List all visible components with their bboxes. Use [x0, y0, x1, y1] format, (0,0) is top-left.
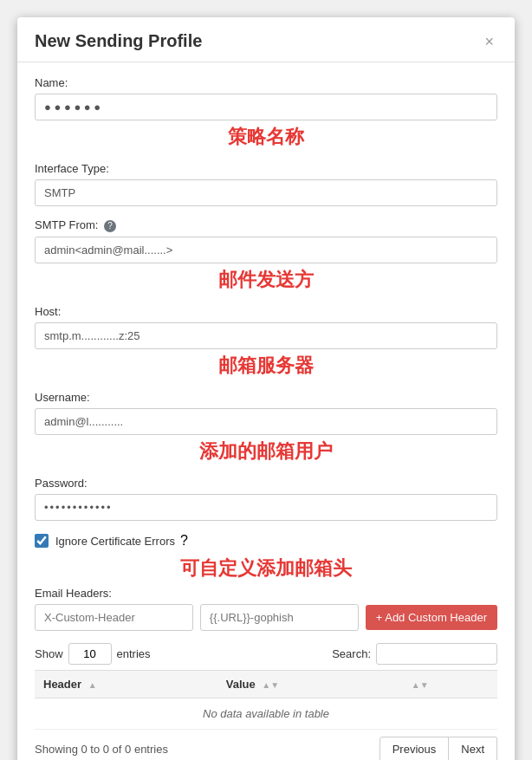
smtp-from-label: SMTP From: ? [35, 218, 497, 232]
entries-count-input[interactable] [68, 643, 112, 665]
new-sending-profile-modal: New Sending Profile × Name: 策略名称 Interfa… [17, 17, 515, 760]
host-group: Host: 邮箱服务器 [35, 305, 497, 379]
username-label: Username: [35, 391, 497, 404]
smtp-from-help-icon[interactable]: ? [104, 220, 116, 232]
header-value-input[interactable] [200, 604, 359, 631]
previous-button[interactable]: Previous [380, 737, 450, 760]
add-custom-header-button[interactable]: + Add Custom Header [366, 605, 497, 630]
interface-type-group: Interface Type: [35, 162, 497, 206]
no-data-cell: No data available in table [35, 698, 497, 730]
ignore-cert-label[interactable]: Ignore Certificate Errors [55, 535, 175, 548]
value-sort-icon: ▲▼ [262, 680, 279, 690]
name-label: Name: [35, 76, 497, 89]
headers-table: Header ▲ Value ▲▼ ▲▼ No data available i… [35, 670, 497, 730]
username-annotation: 添加的邮箱用户 [35, 438, 497, 464]
password-label: Password: [35, 477, 497, 490]
smtp-from-input[interactable] [35, 237, 497, 263]
header-name-input[interactable] [35, 604, 193, 631]
modal-body: Name: 策略名称 Interface Type: SMTP From: ? … [17, 62, 515, 760]
action-col-header: ▲▼ [399, 671, 497, 698]
ignore-cert-checkbox[interactable] [35, 534, 49, 548]
next-button[interactable]: Next [449, 737, 497, 760]
host-label: Host: [35, 305, 497, 318]
table-controls: Show entries Search: [35, 643, 497, 665]
search-input[interactable] [376, 643, 497, 665]
name-annotation: 策略名称 [35, 124, 497, 150]
name-input[interactable] [35, 94, 497, 120]
no-data-row: No data available in table [35, 698, 497, 730]
action-sort-icon: ▲▼ [412, 680, 429, 690]
password-group: Password: [35, 477, 497, 521]
search-label: Search: [332, 647, 371, 660]
host-annotation: 邮箱服务器 [35, 353, 497, 379]
email-headers-label: Email Headers: [35, 587, 497, 600]
email-headers-group: Email Headers: + Add Custom Header [35, 587, 497, 631]
interface-type-input[interactable] [35, 179, 497, 206]
name-group: Name: 策略名称 [35, 76, 497, 150]
modal-header: New Sending Profile × [17, 17, 515, 62]
ignore-cert-row: Ignore Certificate Errors ? [35, 533, 497, 549]
username-input[interactable] [35, 408, 497, 435]
header-sort-icon: ▲ [88, 680, 97, 690]
ignore-cert-annotation: 可自定义添加邮箱头 [35, 555, 497, 581]
close-button[interactable]: × [481, 34, 497, 49]
smtp-from-annotation: 邮件发送方 [35, 267, 497, 293]
entries-label: entries [117, 647, 151, 660]
email-headers-row: + Add Custom Header [35, 604, 497, 631]
header-col-header[interactable]: Header ▲ [35, 671, 217, 698]
host-input[interactable] [35, 322, 497, 349]
smtp-from-group: SMTP From: ? 邮件发送方 [35, 218, 497, 293]
ignore-cert-help-icon[interactable]: ? [180, 533, 188, 549]
modal-title: New Sending Profile [35, 31, 202, 51]
interface-type-label: Interface Type: [35, 162, 497, 175]
table-footer: Showing 0 to 0 of 0 entries Previous Nex… [35, 737, 497, 760]
value-col-header[interactable]: Value ▲▼ [217, 671, 399, 698]
search-box: Search: [332, 643, 497, 665]
showing-text: Showing 0 to 0 of 0 entries [35, 743, 168, 756]
show-entries-control: Show entries [35, 643, 151, 665]
password-input[interactable] [35, 494, 497, 521]
pagination: Previous Next [380, 737, 497, 760]
show-label: Show [35, 647, 63, 660]
username-group: Username: 添加的邮箱用户 [35, 391, 497, 464]
